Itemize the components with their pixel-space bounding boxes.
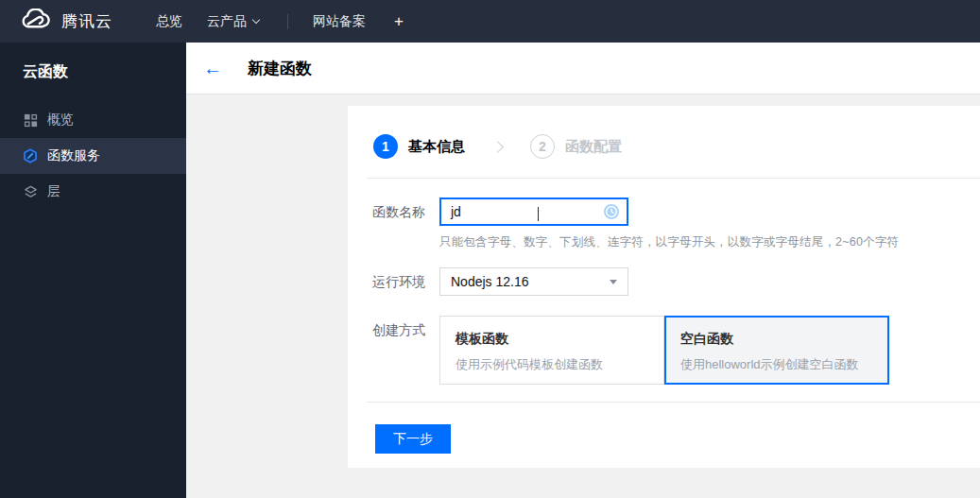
sidebar-title: 云函数 [0, 43, 186, 82]
tencent-cloud-logo-icon [21, 9, 52, 35]
layers-icon [23, 184, 38, 199]
function-name-help: 只能包含字母、数字、下划线、连字符，以字母开头，以数字或字母结尾，2~60个字符 [439, 234, 899, 250]
sidebar: 云函数 概览 [0, 43, 186, 498]
brand-logo[interactable]: 腾讯云 [0, 9, 112, 35]
function-name-value: jd [451, 204, 602, 219]
grid-icon [23, 112, 38, 128]
method-option-blank[interactable]: 空白函数 使用helloworld示例创建空白函数 [664, 316, 889, 385]
brand-name: 腾讯云 [61, 10, 112, 32]
sidebar-item-layers[interactable]: 层 [0, 174, 186, 210]
method-option-desc: 使用helloworld示例创建空白函数 [680, 356, 873, 373]
nav-website-beian[interactable]: 网站备案 [313, 13, 366, 30]
nav-overview[interactable]: 总览 [156, 13, 182, 30]
page-title: 新建函数 [248, 58, 312, 79]
wizard-steps: 1 基本信息 2 函数配置 [348, 106, 980, 159]
function-name-label: 函数名称 [372, 197, 439, 221]
nav-divider [287, 14, 288, 29]
runtime-label: 运行环境 [372, 267, 439, 291]
runtime-select[interactable]: Nodejs 12.16 [439, 267, 628, 296]
chevron-down-icon [252, 15, 260, 23]
clock-pending-icon [603, 203, 620, 220]
topbar-nav: 总览 云产品 网站备案 + [156, 12, 404, 31]
add-tab-button[interactable]: + [394, 12, 404, 31]
function-name-field-group: jd 只能包含字母、数字、下划线、连字符，以字母开头，以数字或字母结尾，2~6 [439, 197, 899, 250]
sidebar-menu: 概览 函数服务 层 [0, 102, 186, 210]
step-2-circle: 2 [530, 134, 555, 159]
nav-cloud-products[interactable]: 云产品 [207, 13, 259, 30]
dropdown-caret-icon [610, 280, 617, 284]
sidebar-item-label: 层 [47, 183, 60, 200]
function-name-row: 函数名称 jd [372, 197, 980, 250]
creation-method-options: 模板函数 使用示例代码模板创建函数 空白函数 使用helloworld示例创建空… [439, 316, 889, 385]
creation-method-label: 创建方式 [372, 316, 439, 339]
step-1-circle: 1 [373, 134, 398, 159]
sidebar-item-label: 函数服务 [47, 147, 100, 164]
step-1-label: 基本信息 [408, 138, 465, 156]
sidebar-item-overview[interactable]: 概览 [0, 102, 186, 138]
create-function-card: 1 基本信息 2 函数配置 函数名称 jd [348, 106, 980, 468]
step-separator-chevron-icon [491, 141, 504, 153]
next-step-button[interactable]: 下一步 [375, 424, 451, 454]
tencent-cloud-console: 腾讯云 总览 云产品 网站备案 + 云函数 [0, 0, 980, 498]
topbar: 腾讯云 总览 云产品 网站备案 + [0, 0, 980, 43]
page-header: ← 新建函数 [186, 43, 980, 94]
scf-hexagon-icon [23, 148, 38, 163]
runtime-row: 运行环境 Nodejs 12.16 [372, 267, 980, 296]
function-name-input[interactable]: jd [439, 197, 628, 226]
method-option-desc: 使用示例代码模板创建函数 [456, 356, 648, 373]
runtime-selected-value: Nodejs 12.16 [451, 274, 610, 289]
content-area: 1 基本信息 2 函数配置 函数名称 jd [186, 95, 980, 498]
back-button[interactable]: ← [203, 59, 222, 77]
sidebar-item-label: 概览 [47, 112, 74, 129]
method-option-template[interactable]: 模板函数 使用示例代码模板创建函数 [439, 316, 664, 385]
method-option-title: 空白函数 [680, 331, 873, 348]
sidebar-item-function-service[interactable]: 函数服务 [0, 138, 186, 174]
step-2-label: 函数配置 [565, 138, 622, 156]
text-cursor [538, 207, 539, 221]
method-option-title: 模板函数 [456, 331, 648, 348]
basic-info-form: 函数名称 jd [348, 179, 980, 385]
creation-method-row: 创建方式 模板函数 使用示例代码模板创建函数 空白函数 使用helloworld… [372, 316, 980, 385]
footer-divider [367, 402, 980, 403]
